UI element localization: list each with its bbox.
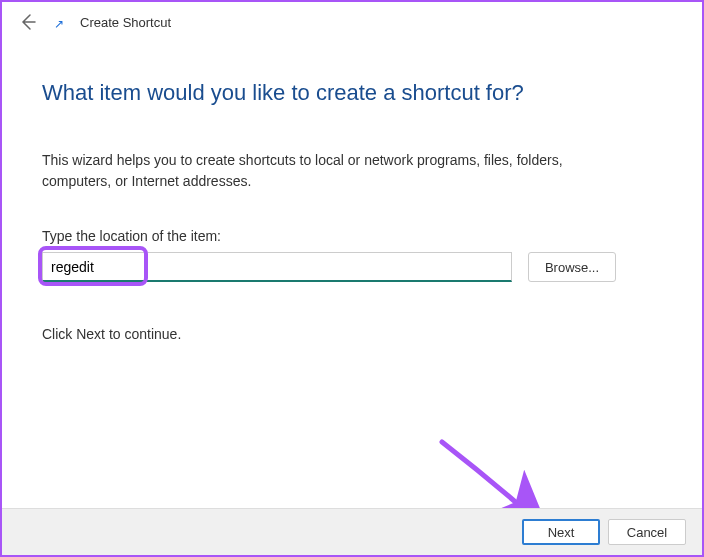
window-title: Create Shortcut [80,15,171,30]
location-label: Type the location of the item: [42,228,662,244]
shortcut-icon: ↗ [54,17,64,31]
main-heading: What item would you like to create a sho… [42,80,662,106]
location-input[interactable] [42,252,512,282]
footer: Next Cancel [2,508,702,555]
back-arrow-icon[interactable] [18,12,38,32]
header: ↗ Create Shortcut [2,2,702,40]
content-area: What item would you like to create a sho… [2,40,702,342]
next-button[interactable]: Next [522,519,600,545]
input-row: Browse... [42,252,662,282]
continue-text: Click Next to continue. [42,326,662,342]
browse-button[interactable]: Browse... [528,252,616,282]
input-wrapper [42,252,512,282]
wizard-description: This wizard helps you to create shortcut… [42,150,602,192]
cancel-button[interactable]: Cancel [608,519,686,545]
